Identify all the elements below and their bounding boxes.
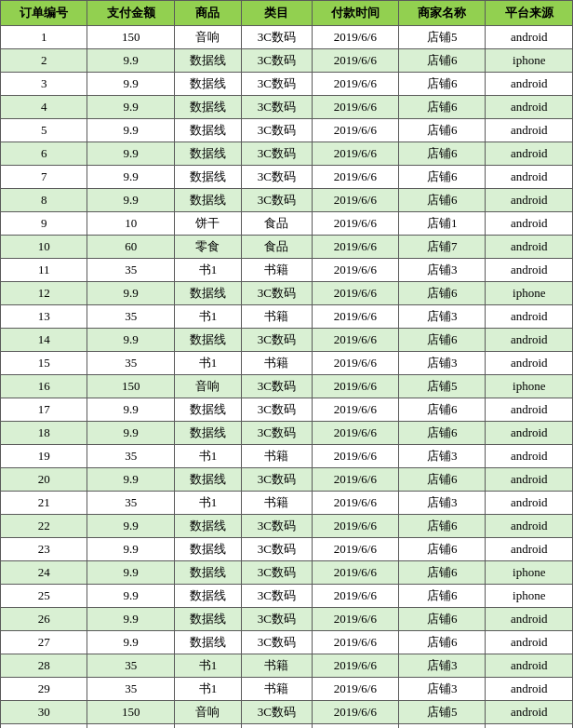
table-cell: 书1 [174,492,241,515]
table-cell: 3C数码 [241,329,312,352]
table-row: 29.9数据线3C数码2019/6/6店铺6iphone [1,49,573,73]
table-cell: 店铺6 [399,631,486,654]
table-cell: android [486,329,573,352]
table-row: 16150音响3C数码2019/6/6店铺5iphone [1,375,573,398]
table-cell: android [486,236,573,259]
column-header: 订单编号 [1,1,87,26]
table-cell: android [486,352,573,375]
table-cell: 3C数码 [241,49,312,73]
table-row: 79.9数据线3C数码2019/6/6店铺6android [1,166,573,189]
table-row: 249.9数据线3C数码2019/6/6店铺6iphone [1,561,573,585]
table-cell: 数据线 [174,398,241,422]
table-cell: 9.9 [87,468,174,492]
table-cell: iphone [486,375,573,398]
table-cell: 2019/6/6 [312,445,398,468]
table-cell: 22 [1,515,87,538]
table-cell: android [486,166,573,189]
table-cell: 9.9 [87,329,174,352]
table-cell: 店铺6 [399,422,486,445]
table-cell: 3C数码 [241,608,312,631]
table-cell: 29 [1,678,87,701]
column-header: 商家名称 [399,1,486,26]
table-cell: 书1 [174,654,241,678]
table-cell: 4 [1,96,87,119]
table-cell: 2019/6/6 [312,538,398,561]
table-cell: 20 [1,468,87,492]
table-cell: 3C数码 [241,422,312,445]
table-row: 49.9数据线3C数码2019/6/6店铺6android [1,96,573,119]
table-cell: 2019/6/6 [312,329,398,352]
table-cell: 数据线 [174,724,241,729]
table-cell: 3C数码 [241,189,312,212]
table-cell: android [486,398,573,422]
table-cell: 书籍 [241,305,312,329]
table-row: 89.9数据线3C数码2019/6/6店铺6android [1,189,573,212]
table-cell: 音响 [174,375,241,398]
table-cell: 店铺6 [399,515,486,538]
table-cell: 店铺6 [399,585,486,608]
table-cell: android [486,422,573,445]
table-cell: 2019/6/6 [312,119,398,142]
table-row: 1135书1书籍2019/6/6店铺3android [1,259,573,282]
table-cell: 书1 [174,305,241,329]
table-cell: 店铺6 [399,189,486,212]
column-header: 商品 [174,1,241,26]
table-cell: 35 [87,259,174,282]
table-cell: 店铺3 [399,678,486,701]
table-cell: 店铺6 [399,142,486,166]
table-cell: 书籍 [241,678,312,701]
table-cell: 2019/6/6 [312,26,398,49]
table-cell: 数据线 [174,608,241,631]
table-cell: 店铺5 [399,26,486,49]
table-cell: android [486,654,573,678]
table-cell: 2019/6/6 [312,236,398,259]
table-row: 2135书1书籍2019/6/6店铺3android [1,492,573,515]
table-cell: 店铺6 [399,329,486,352]
table-cell: 店铺3 [399,305,486,329]
table-row: 2935书1书籍2019/6/6店铺3android [1,678,573,701]
table-cell: 35 [87,492,174,515]
table-cell: 书籍 [241,352,312,375]
table-cell: 数据线 [174,96,241,119]
table-cell: 2019/6/6 [312,352,398,375]
table-cell: 10 [87,212,174,236]
table-cell: 店铺6 [399,166,486,189]
table-cell: 11 [1,259,87,282]
table-cell: android [486,142,573,166]
table-row: 279.9数据线3C数码2019/6/6店铺6android [1,631,573,654]
table-cell: 数据线 [174,468,241,492]
table-cell: 3C数码 [241,468,312,492]
table-cell: 2019/6/6 [312,701,398,724]
table-cell: 店铺6 [399,398,486,422]
table-cell: android [486,468,573,492]
table-cell: android [486,608,573,631]
table-cell: 60 [87,236,174,259]
table-cell: 3C数码 [241,375,312,398]
table-cell: 2 [1,49,87,73]
table-cell: 2019/6/6 [312,492,398,515]
table-cell: 书籍 [241,654,312,678]
table-cell: 9.9 [87,398,174,422]
table-cell: 店铺6 [399,96,486,119]
table-cell: 150 [87,26,174,49]
column-header: 支付金额 [87,1,174,26]
table-cell: 店铺6 [399,119,486,142]
table-cell: 3C数码 [241,561,312,585]
table-cell: 2019/6/6 [312,724,398,729]
column-header: 类目 [241,1,312,26]
table-cell: 9.9 [87,282,174,305]
table-cell: 2019/6/6 [312,422,398,445]
table-row: 1335书1书籍2019/6/6店铺3android [1,305,573,329]
table-cell: 3C数码 [241,701,312,724]
table-cell: 3 [1,73,87,96]
table-cell: 店铺6 [399,538,486,561]
table-cell: 书籍 [241,259,312,282]
table-cell: iphone [486,561,573,585]
table-cell: 9.9 [87,561,174,585]
table-cell: 3C数码 [241,142,312,166]
table-row: 59.9数据线3C数码2019/6/6店铺6android [1,119,573,142]
table-cell: 9.9 [87,49,174,73]
table-cell: 35 [87,445,174,468]
table-cell: 2019/6/6 [312,305,398,329]
table-cell: 8 [1,189,87,212]
